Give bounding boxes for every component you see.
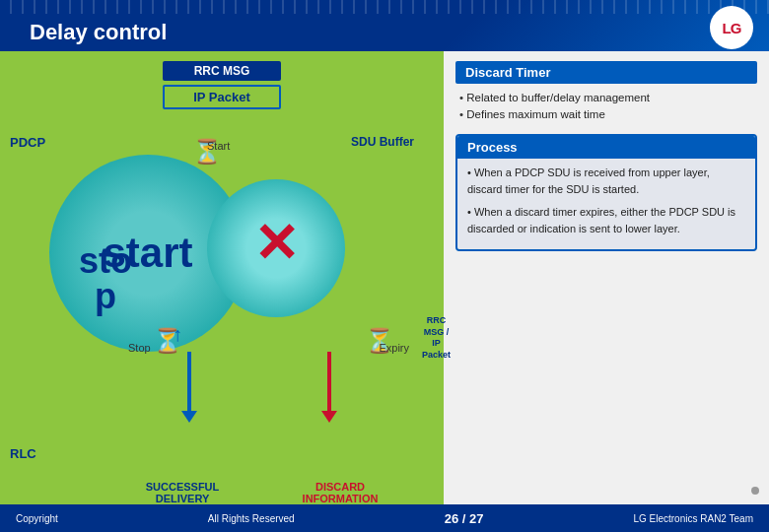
process-section: Process When a PDCP SDU is received from… bbox=[455, 134, 757, 251]
process-list: When a PDCP SDU is received from upper l… bbox=[467, 165, 745, 237]
ip-packet-box: IP Packet bbox=[163, 85, 281, 109]
header-stripe bbox=[0, 0, 769, 14]
process-content: When a PDCP SDU is received from upper l… bbox=[457, 159, 755, 249]
info-panel: Discard Timer Related to buffer/delay ma… bbox=[444, 51, 769, 532]
discard-timer-list: Related to buffer/delay management Defin… bbox=[459, 90, 753, 124]
logo-text: LG bbox=[723, 20, 741, 36]
discard-timer-content: Related to buffer/delay management Defin… bbox=[455, 90, 757, 124]
pdcp-label: PDCP bbox=[10, 135, 45, 150]
discard-arrow bbox=[327, 352, 331, 411]
expiry-label: Expiry bbox=[379, 342, 409, 354]
discard-timer-item-2: Defines maximum wait time bbox=[459, 106, 753, 123]
circle-rrc-label: RRC MSG / IP Packet bbox=[422, 315, 451, 362]
main-content: RRC MSG IP Packet PDCP SDU Buffer ⏳ Star… bbox=[0, 51, 769, 532]
page-title: Delay control bbox=[0, 20, 167, 47]
header: Delay control LG bbox=[0, 0, 769, 51]
stop-label: Stop bbox=[128, 342, 151, 354]
rlc-label: RLC bbox=[10, 446, 36, 461]
lg-logo: LG bbox=[710, 6, 753, 49]
dot-indicator bbox=[751, 487, 759, 495]
successful-delivery-arrow bbox=[187, 352, 191, 411]
x-mark-icon: ✕ bbox=[253, 212, 299, 275]
up-arrow-blue-icon: ↑ bbox=[173, 323, 182, 346]
start-label: Start bbox=[207, 140, 230, 152]
process-title: Process bbox=[457, 136, 755, 159]
footer-copyright: Copyright bbox=[16, 513, 58, 524]
sdu-buffer-label: SDU Buffer bbox=[351, 135, 414, 149]
stop-circle: RRC MSG / IP Packet ✕ bbox=[207, 179, 345, 317]
discard-timer-title: Discard Timer bbox=[455, 61, 757, 84]
footer: Copyright All Rights Reserved 26 / 27 LG… bbox=[0, 504, 769, 532]
footer-company: LG Electronics RAN2 Team bbox=[633, 513, 753, 524]
successful-delivery-label: SUCCESSFUL DELIVERY bbox=[128, 481, 237, 504]
footer-page-number: 26 / 27 bbox=[445, 511, 484, 526]
process-item-1: When a PDCP SDU is received from upper l… bbox=[467, 165, 745, 198]
process-item-2: When a discard timer expires, either the… bbox=[467, 204, 745, 237]
discard-timer-item-1: Related to buffer/delay management bbox=[459, 90, 753, 106]
rrc-msg-box: RRC MSG bbox=[163, 61, 281, 81]
diagram-area: RRC MSG IP Packet PDCP SDU Buffer ⏳ Star… bbox=[0, 51, 444, 532]
discard-information-label: DISCARD INFORMATION bbox=[286, 481, 394, 504]
footer-all-rights: All Rights Reserved bbox=[208, 513, 295, 524]
stop-text-overlay: stop bbox=[79, 243, 132, 314]
